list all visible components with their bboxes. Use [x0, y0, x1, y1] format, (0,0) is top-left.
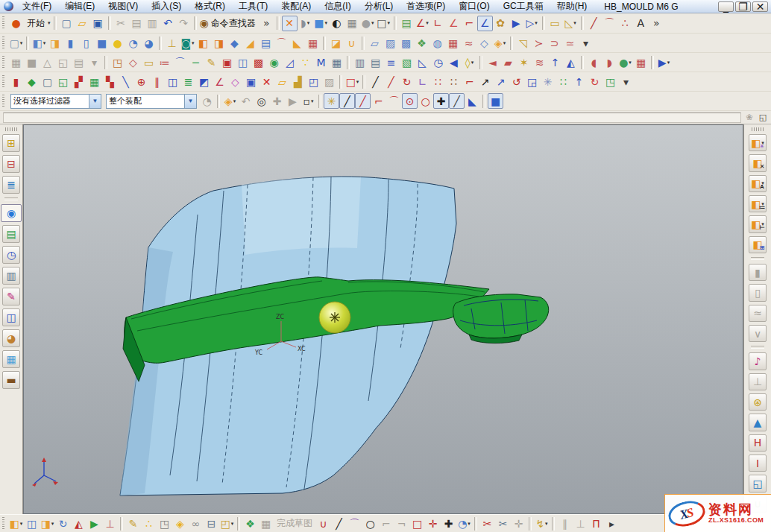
snap-point[interactable]: ✳ [324, 93, 339, 109]
thicken[interactable]: ≻ [531, 35, 547, 51]
face-analysis-stripes[interactable]: ▰ [500, 54, 516, 70]
rectangle-marquee[interactable]: ▫▾ [300, 93, 316, 109]
measure-pencil[interactable]: ✎ [204, 54, 219, 70]
sketch-point[interactable]: ✚ [441, 516, 456, 531]
menu-view[interactable]: 视图(V) [101, 1, 145, 13]
delete-object[interactable]: ✕ [259, 74, 274, 89]
assembly-pair[interactable]: ◫ [24, 516, 40, 531]
through-curve-mesh[interactable]: ▩ [398, 35, 414, 51]
mw-rename-tool[interactable]: ◧A▾ [749, 175, 767, 192]
tube[interactable]: ∪ [344, 35, 359, 51]
wave-wand[interactable]: ✎ [125, 516, 141, 531]
angle-gauge[interactable]: ◺ [415, 54, 430, 70]
rotate-big[interactable]: ↻ [587, 74, 602, 89]
relations-browser[interactable]: ⊟ [204, 516, 219, 531]
new-file[interactable]: ▢ [59, 16, 75, 31]
rotate-component[interactable]: ↻ [55, 516, 71, 531]
translate-up[interactable]: ↑ [571, 74, 587, 89]
snap-endpoint[interactable]: ╱ [339, 93, 355, 109]
internet-explorer-tab[interactable]: ◉ [1, 204, 22, 222]
sequence-flags[interactable]: ▶ [86, 516, 102, 531]
measure-bodies[interactable]: ◳ [110, 54, 125, 70]
through-curves[interactable]: ▨ [383, 35, 398, 51]
wave-badge[interactable]: ◈ [172, 516, 188, 531]
rotate-object[interactable]: ↻ [399, 74, 415, 89]
face-analysis-draft[interactable]: ◄ [485, 54, 500, 70]
templates-tab[interactable]: ▬ [2, 371, 20, 389]
sheet-from-grid[interactable]: ▦ [445, 35, 461, 51]
sheet-bend-analysis[interactable]: ◫ [235, 54, 251, 70]
view-manager[interactable]: ▤ [399, 16, 415, 31]
playback[interactable]: ◀ [446, 54, 462, 70]
wcs-rotate[interactable]: ∠ [446, 16, 462, 31]
start-button[interactable]: 开始▾ [24, 16, 51, 31]
hourglass[interactable]: ◊▾ [462, 54, 477, 70]
overflow-row1-right[interactable]: » [649, 16, 664, 31]
select-region[interactable]: ◳ [602, 74, 618, 89]
assembly-navigator-tab[interactable]: ⊞ [2, 134, 20, 152]
layer-category[interactable]: ≣ [180, 74, 196, 89]
rotate-about-axis[interactable]: ↺ [509, 74, 524, 89]
chamfer[interactable]: ◣ [289, 35, 305, 51]
snap-point-on-curve[interactable]: ╱ [449, 93, 465, 109]
mw-insert-pocket[interactable]: ◱ [749, 475, 767, 492]
measure-angle[interactable]: ◺▾ [563, 16, 579, 31]
move-face[interactable]: ◱ [55, 74, 71, 89]
draft[interactable]: ◢ [242, 35, 258, 51]
mw-guide-pins[interactable]: H [749, 434, 767, 452]
mw-dimension-tool[interactable]: ◧⊢▾ [749, 215, 767, 232]
menu-preferences[interactable]: 首选项(P) [400, 1, 452, 13]
shell[interactable]: ▤ [258, 35, 274, 51]
measure-length[interactable]: ▭ [141, 54, 157, 70]
studio-surface[interactable]: ❖ [414, 35, 429, 51]
menu-analysis[interactable]: 分析(L) [358, 1, 400, 13]
grid-green[interactable]: ∷ [556, 74, 571, 89]
ruled-surface[interactable]: ▱ [367, 35, 383, 51]
open-group[interactable]: ▱ [274, 74, 290, 89]
unite[interactable]: ◧ [195, 35, 211, 51]
save-file[interactable]: ▣ [90, 16, 106, 31]
wcs-origin[interactable]: ∟ [430, 16, 446, 31]
constraint-navigator-tab[interactable]: ⊟ [2, 155, 20, 173]
perpendicular-tool[interactable]: ⊥ [102, 516, 118, 531]
highlight-lines[interactable]: ◗ [602, 54, 617, 70]
menu-file[interactable]: 文件(F) [16, 1, 58, 13]
subtract[interactable]: ◨ [211, 35, 227, 51]
arc-tool[interactable]: ⌒ [602, 16, 617, 31]
roles-tab[interactable]: ◕ [2, 329, 20, 347]
selection-scope[interactable]: 整个装配▼ [106, 94, 197, 109]
menu-format[interactable]: 格式(R) [188, 1, 232, 13]
sketch[interactable]: ▢▾ [8, 35, 24, 51]
history-palette-tab[interactable]: ▤ [2, 225, 20, 243]
immediate-hide[interactable]: ▷▾ [524, 16, 540, 31]
spreadsheet[interactable]: ▤ [368, 54, 383, 70]
clock-history[interactable]: ◷ [430, 54, 446, 70]
restore-button[interactable]: ❐ [735, 1, 751, 12]
face-analysis-slope[interactable]: ◭ [563, 54, 579, 70]
toolbar-grip[interactable] [2, 75, 6, 89]
menu-insert[interactable]: 插入(S) [145, 1, 188, 13]
datum-plane[interactable]: ◧▾ [31, 35, 47, 51]
line-tool[interactable]: ╱ [586, 16, 602, 31]
grid-analysis[interactable]: ▦ [633, 54, 649, 70]
wcs-orient[interactable]: ⌐ [462, 16, 477, 31]
sew[interactable]: ◈▾ [492, 35, 508, 51]
selection-scope-dropdown-icon[interactable]: ▼ [184, 95, 196, 108]
overflow-row4[interactable]: ▾ [618, 74, 634, 89]
quick-trim[interactable]: ↯▾ [534, 516, 550, 531]
object-color-grid[interactable]: ▦ [86, 74, 102, 89]
trim-curve[interactable]: ✂ [479, 516, 495, 531]
wave-geometry-linker[interactable]: ◆ [24, 74, 40, 89]
pattern-text[interactable]: ▞ [71, 74, 86, 89]
face-analysis-flower[interactable]: ✶ [516, 54, 532, 70]
lasso-select[interactable]: ◎ [254, 93, 269, 109]
open-file[interactable]: ▱ [75, 16, 90, 31]
bounded-plane[interactable]: ◍ [429, 35, 445, 51]
x-form[interactable]: ▚ [102, 74, 118, 89]
mw-ejector-sleeve[interactable]: I [749, 455, 767, 472]
mw-pattern-tool[interactable]: ◧✳▾ [749, 134, 767, 151]
associative-line[interactable]: ╱ [383, 74, 399, 89]
swept[interactable]: ◪ [328, 35, 344, 51]
toolbar-grip[interactable] [2, 95, 6, 108]
swoop[interactable]: ≈ [461, 35, 476, 51]
